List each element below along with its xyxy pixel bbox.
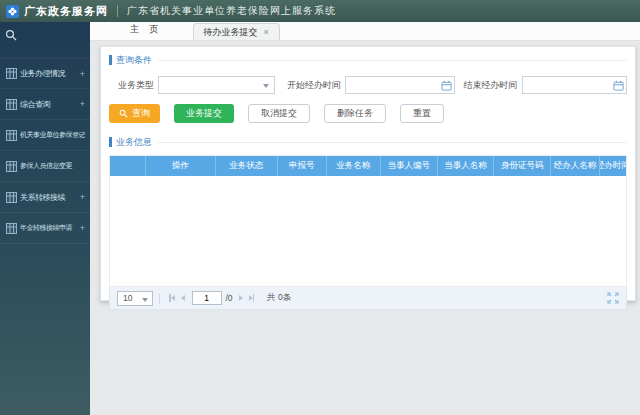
query-form-row: 业务类型 开始经办时间 结束经办时间	[109, 76, 627, 94]
grid-icon	[6, 192, 17, 203]
start-time-label: 开始经办时间	[287, 79, 341, 92]
sidebar-item-label: 关系转移接续	[20, 192, 80, 203]
section-title: 查询条件	[109, 55, 152, 65]
table-header-row: 操作 业务状态 申报号 业务名称 当事人编号 当事人名称 身份证号码 经办人名称…	[110, 156, 626, 176]
sidebar-item-relation-transfer[interactable]: 关系转移接续 +	[0, 182, 90, 213]
expand-icon[interactable]	[607, 292, 619, 304]
info-section-header: 业务信息	[109, 136, 627, 148]
end-time-label: 结束经办时间	[464, 79, 518, 92]
sidebar-item-comprehensive-query[interactable]: 综合查询 +	[0, 89, 90, 120]
tab-label: 待办业务提交	[204, 26, 258, 39]
delete-task-button[interactable]: 删除任务	[324, 104, 386, 123]
table-header-handle-time: 经办时间	[600, 156, 626, 176]
table-header-business-name: 业务名称	[327, 156, 381, 176]
reset-button[interactable]: 重置	[400, 104, 444, 123]
table-empty-body	[110, 176, 626, 286]
last-page-button[interactable]	[249, 294, 255, 302]
next-page-button[interactable]	[239, 295, 243, 301]
top-header: 广东政务服务网 广东省机关事业单位养老保险网上服务系统	[0, 0, 640, 22]
sidebar-item-label: 年金转移接续申请	[20, 223, 80, 233]
page-size-select[interactable]: 10	[117, 291, 153, 306]
tab-pending-business-submit[interactable]: 待办业务提交 ×	[193, 23, 280, 40]
table-header-party-no: 当事人编号	[381, 156, 438, 176]
grid-icon	[6, 68, 17, 79]
first-page-button[interactable]	[169, 294, 175, 302]
section-divider	[158, 142, 627, 143]
calendar-icon[interactable]	[441, 80, 452, 93]
expand-plus-icon[interactable]: +	[80, 192, 85, 202]
table-header-handler-name: 经办人名称	[551, 156, 600, 176]
expand-plus-icon[interactable]: +	[80, 223, 85, 233]
table-header-operation: 操作	[146, 156, 216, 176]
section-title: 业务信息	[109, 137, 152, 147]
grid-icon	[6, 223, 17, 234]
tab-bar: 主 页 待办业务提交 ×	[90, 22, 640, 41]
calendar-icon[interactable]	[613, 80, 624, 93]
close-icon[interactable]: ×	[264, 27, 269, 37]
chevron-down-icon	[142, 298, 148, 302]
sidebar-item-business-status[interactable]: 业务办理情况 +	[0, 58, 90, 89]
start-time-input[interactable]	[346, 77, 453, 93]
expand-plus-icon[interactable]: +	[80, 69, 85, 79]
sidebar-item-person-info-change[interactable]: 参保人员信息变更	[0, 151, 90, 182]
gov-logo-icon	[6, 5, 19, 18]
main-content: 主 页 待办业务提交 × 查询条件 业务类型 开始经办时间 结束经办时间	[90, 22, 640, 415]
action-button-row: 查询 业务提交 取消提交 删除任务 重置	[109, 104, 627, 123]
table-header-declare-no: 申报号	[278, 156, 327, 176]
search-icon	[5, 29, 18, 42]
business-table: 操作 业务状态 申报号 业务名称 当事人编号 当事人名称 身份证号码 经办人名称…	[109, 155, 627, 287]
section-divider	[158, 60, 627, 61]
record-count-label: 共 0条	[267, 292, 291, 304]
pagination-divider	[159, 293, 160, 304]
business-submit-button[interactable]: 业务提交	[174, 104, 234, 123]
sidebar-item-insurance-registration[interactable]: 机关事业单位参保登记	[0, 120, 90, 151]
page-total-label: /0	[226, 293, 233, 303]
business-type-select[interactable]	[158, 76, 275, 94]
grid-icon	[6, 130, 17, 141]
sidebar-search-button[interactable]	[0, 22, 90, 46]
query-section-header: 查询条件	[109, 54, 627, 66]
business-type-label: 业务类型	[109, 79, 154, 92]
end-time-field	[522, 76, 627, 94]
table-header-status: 业务状态	[216, 156, 278, 176]
grid-icon	[6, 161, 17, 172]
sidebar-item-label: 参保人员信息变更	[20, 161, 85, 171]
grid-icon	[6, 99, 17, 110]
table-header-party-name: 当事人名称	[438, 156, 495, 176]
search-icon	[119, 109, 128, 118]
start-time-field	[345, 76, 454, 94]
sidebar: 业务办理情况 + 综合查询 + 机关事业单位参保登记 参保人员信息变更 关系转移…	[0, 22, 90, 415]
search-button[interactable]: 查询	[109, 104, 160, 123]
system-title: 广东省机关事业单位养老保险网上服务系统	[127, 4, 336, 18]
header-divider	[117, 5, 118, 17]
prev-page-button[interactable]	[181, 295, 185, 301]
cancel-submit-button[interactable]: 取消提交	[248, 104, 310, 123]
end-time-input[interactable]	[523, 77, 626, 93]
sidebar-menu: 业务办理情况 + 综合查询 + 机关事业单位参保登记 参保人员信息变更 关系转移…	[0, 58, 90, 244]
sidebar-item-label: 业务办理情况	[20, 68, 80, 79]
tab-home[interactable]: 主 页	[130, 23, 163, 36]
table-header-select	[110, 156, 146, 176]
expand-plus-icon[interactable]: +	[80, 99, 85, 109]
brand-title: 广东政务服务网	[24, 4, 108, 19]
table-header-id-number: 身份证号码	[494, 156, 551, 176]
page-number-input[interactable]	[192, 291, 222, 305]
sidebar-item-label: 综合查询	[20, 99, 80, 110]
sidebar-item-label: 机关事业单位参保登记	[20, 130, 85, 140]
content-panel: 查询条件 业务类型 开始经办时间 结束经办时间	[100, 46, 636, 301]
chevron-down-icon	[263, 84, 269, 88]
pagination-bar: 10 /0 共 0条	[109, 287, 627, 310]
sidebar-item-annuity-transfer[interactable]: 年金转移接续申请 +	[0, 213, 90, 244]
